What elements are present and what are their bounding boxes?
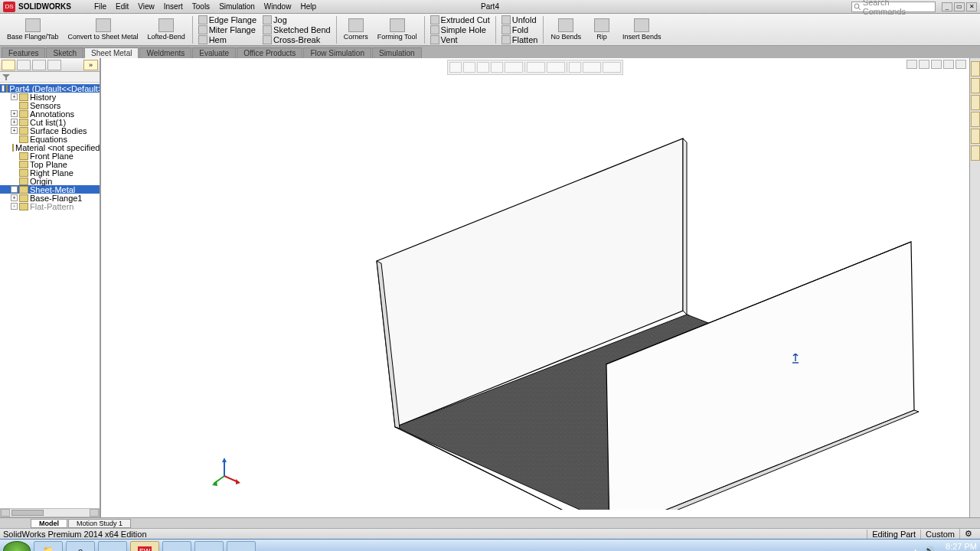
menu-simulation[interactable]: Simulation [219,2,255,11]
expander-icon[interactable]: + [11,186,18,193]
expander-icon[interactable]: + [11,110,18,117]
forming-tool-button[interactable]: Forming Tool [374,15,421,44]
doc-display-button[interactable] [906,60,917,69]
lofted-bend-button[interactable]: Lofted-Bend [144,15,189,44]
tree-tab-configuration[interactable] [32,60,46,70]
tree-tab-dimxpert[interactable] [47,60,61,70]
tree-tab-display[interactable]: » [83,60,98,70]
cross-break-button[interactable]: Cross-Break [260,34,333,44]
expander-icon[interactable]: + [11,194,18,201]
tree-filter-bar[interactable] [0,72,100,83]
tree-node[interactable]: Origin [0,177,100,185]
tab-sketch[interactable]: Sketch [46,47,83,58]
task-pane-tab-custom-props[interactable] [971,145,980,161]
corners-button[interactable]: Corners [340,15,372,44]
tree-node[interactable]: +Cut list(1) [0,118,100,126]
extruded-cut-button[interactable]: Extruded Cut [428,15,492,24]
doc-minimize-button[interactable] [931,60,942,69]
tree-node[interactable]: Top Plane [0,160,100,168]
task-pane-tab-view-palette[interactable] [971,112,980,127]
tab-office-products[interactable]: Office Products [237,47,302,58]
tree-node[interactable]: Front Plane [0,152,100,160]
tree-node[interactable]: Equations [0,135,100,143]
tab-evaluate[interactable]: Evaluate [192,47,236,58]
scroll-right-button[interactable] [90,509,99,517]
tree-node[interactable]: +Flat-Pattern [0,202,100,210]
task-app3[interactable] [194,541,224,552]
task-ie[interactable]: e [66,541,95,552]
btab-model[interactable]: Model [31,519,67,528]
section-view-button[interactable] [491,62,503,73]
prev-view-button[interactable] [477,62,489,73]
expander-icon[interactable]: + [11,127,18,134]
tab-weldments[interactable]: Weldments [139,47,191,58]
menu-window[interactable]: Window [264,2,292,11]
tab-simulation[interactable]: Simulation [372,47,422,58]
menu-file[interactable]: File [94,2,106,11]
search-commands[interactable]: Search Commands [851,2,936,12]
task-app4[interactable] [227,541,256,552]
base-flange-button[interactable]: Base Flange/Tab [3,15,63,44]
expander-icon[interactable]: + [11,119,18,126]
task-pane-tab-file-explorer[interactable] [971,95,980,110]
menu-insert[interactable]: Insert [164,2,183,11]
tray-network-icon[interactable]: 🔊 [924,546,935,551]
expander-icon[interactable]: + [11,203,18,210]
rip-button[interactable]: Rip [586,15,617,44]
tree-node[interactable]: +History [0,93,100,101]
tab-flow-simulation[interactable]: Flow Simulation [303,47,371,58]
minimize-button[interactable]: _ [942,2,952,11]
tree-hscroll[interactable] [0,508,100,517]
task-pane-tab-resources[interactable] [971,61,980,77]
zoom-fit-button[interactable] [449,62,462,73]
status-options-icon[interactable]: ⚙ [959,529,977,539]
menu-tools[interactable]: Tools [192,2,210,11]
task-app2[interactable] [162,541,191,552]
tree-node[interactable]: +Sheet-Metal [0,185,100,194]
scroll-thumb[interactable] [11,510,44,516]
menu-edit[interactable]: Edit [116,2,129,11]
tab-features[interactable]: Features [2,47,45,58]
tree-node[interactable]: Right Plane [0,168,100,177]
unfold-button[interactable]: Unfold [499,15,541,24]
scroll-left-button[interactable] [1,509,10,517]
tree-tab-property-manager[interactable] [17,60,31,70]
task-pane-tab-design-library[interactable] [971,78,980,93]
edit-appearance-button[interactable] [569,62,581,73]
zoom-area-button[interactable] [463,62,475,73]
fold-button[interactable]: Fold [499,24,541,34]
tray-icon-1[interactable]: ▲ [911,546,920,552]
doc-close-button[interactable] [956,60,966,69]
expander-icon[interactable]: - [2,85,5,92]
tree-node[interactable]: +Surface Bodies [0,126,100,135]
task-pane-tab-appearances[interactable] [971,129,980,144]
view-orientation-button[interactable] [505,62,523,73]
tree-node[interactable]: Sensors [0,101,100,109]
jog-button[interactable]: Jog [260,15,333,24]
doc-display-button-2[interactable] [919,60,929,69]
expander-icon[interactable]: + [11,93,18,100]
view-settings-button[interactable] [603,62,621,73]
view-triad[interactable] [212,456,243,487]
tab-sheet-metal[interactable]: Sheet Metal [84,47,139,58]
hem-button[interactable]: Hem [196,34,259,44]
task-solidworks[interactable]: SW [130,541,159,552]
simple-hole-button[interactable]: Simple Hole [428,24,492,34]
hide-show-button[interactable] [547,62,565,73]
feature-tree[interactable]: -Part4 (Default<<Default>_Displ+HistoryS… [0,83,100,508]
start-button[interactable] [3,541,31,552]
sketched-bend-button[interactable]: Sketched Bend [260,24,333,34]
menu-view[interactable]: View [138,2,155,11]
no-bends-button[interactable]: No Bends [547,15,585,44]
tree-node[interactable]: Material <not specified> [0,143,100,152]
doc-restore-button[interactable] [943,60,954,69]
convert-sheet-metal-button[interactable]: Convert to Sheet Metal [64,15,142,44]
tree-tab-feature-manager[interactable] [2,60,15,70]
display-style-button[interactable] [527,62,545,73]
tree-node[interactable]: +Annotations [0,109,100,118]
restore-button[interactable]: ▭ [954,2,965,11]
insert-bends-button[interactable]: Insert Bends [619,15,665,44]
flatten-button[interactable]: Flatten [499,34,541,44]
system-tray[interactable]: ▲ 🔊 8:27 PM 8/20/2015 [911,543,977,552]
edge-flange-button[interactable]: Edge Flange [196,15,259,24]
